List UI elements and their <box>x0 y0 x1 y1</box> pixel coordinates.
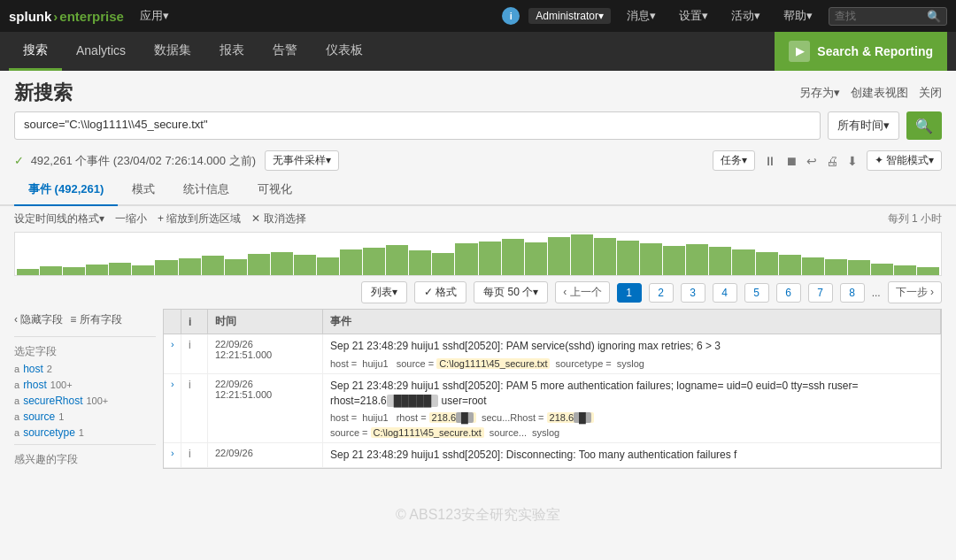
nav-datasets[interactable]: 数据集 <box>140 32 205 71</box>
replay-icon[interactable]: ↩ <box>806 154 817 168</box>
cancel-select-btn[interactable]: ✕ 取消选择 <box>251 211 305 226</box>
create-table-view-btn[interactable]: 创建表视图 <box>851 85 908 101</box>
field-sourcetype[interactable]: a sourcetype 1 <box>14 425 156 441</box>
page-header: 新搜索 另存为▾ 创建表视图 关闭 <box>0 71 956 111</box>
prev-page-btn[interactable]: ‹ 上一个 <box>555 281 609 303</box>
nav-alerts[interactable]: 告警 <box>258 32 312 71</box>
interesting-fields-label: 感兴趣的字段 <box>14 449 156 469</box>
zoom-out-btn[interactable]: 一缩小 <box>115 211 147 226</box>
results-count: ✓ 492,261 个事件 (23/04/02 7:26:14.000 之前) <box>14 153 256 169</box>
sidebar-divider-2 <box>14 444 156 445</box>
field-sourcetype-name: sourcetype <box>23 426 75 439</box>
task-btn[interactable]: 任务▾ <box>713 150 755 171</box>
next-page-btn[interactable]: 下一步 › <box>888 281 942 303</box>
search-query-text: source="C:\\log1111\\45_secure.txt" <box>24 118 208 134</box>
field-rhost-type: a <box>14 380 19 390</box>
download-icon[interactable]: ⬇ <box>847 154 858 168</box>
timeline-bar-27 <box>617 241 639 275</box>
row2-meta2: source = C:\log1111\45_secure.txt source… <box>330 427 562 438</box>
sidebar: ‹ 隐藏字段 ≡ 所有字段 选定字段 a host 2 a rhost 100+… <box>14 309 156 469</box>
page-5-btn[interactable]: 5 <box>744 283 769 303</box>
tab-statistics[interactable]: 统计信息 <box>169 174 243 206</box>
header-expand <box>164 310 181 334</box>
tab-patterns[interactable]: 模式 <box>118 174 169 206</box>
save-as-btn[interactable]: 另存为▾ <box>799 85 840 101</box>
zoom-in-btn[interactable]: + 缩放到所选区域 <box>158 211 241 226</box>
row2-meta2-source-val: C:\log1111\45_secure.txt <box>371 427 484 438</box>
timeline-bar-26 <box>594 238 616 275</box>
search-reporting-btn[interactable]: ▶ Search & Reporting <box>775 32 947 71</box>
timeline-bar-container <box>15 233 941 275</box>
search-go-btn[interactable]: 🔍 <box>906 111 942 140</box>
stop-icon[interactable]: ⏹ <box>785 154 798 168</box>
nav-reports[interactable]: 报表 <box>205 32 258 71</box>
top-search-box[interactable]: 🔍 <box>829 7 947 26</box>
events-table-header: i 时间 事件 <box>163 309 942 334</box>
timeline-bar-7 <box>155 260 177 275</box>
apps-menu-btn[interactable]: 应用▾ <box>133 8 176 24</box>
settings-menu-btn[interactable]: 设置▾ <box>672 8 715 24</box>
page-6-btn[interactable]: 6 <box>776 283 801 303</box>
row3-expand-cell: › <box>164 443 181 467</box>
search-input-wrapper[interactable]: source="C:\\log1111\\45_secure.txt" <box>14 111 821 140</box>
list-view-btn[interactable]: 列表▾ <box>361 281 407 303</box>
per-page-btn[interactable]: 每页 50 个▾ <box>474 281 548 303</box>
print-icon[interactable]: 🖨 <box>826 154 838 168</box>
timeline-bar-13 <box>294 255 316 275</box>
timeline-bar-21 <box>479 242 501 275</box>
row1-expand-cell: › <box>164 334 181 373</box>
all-fields-btn[interactable]: ≡ 所有字段 <box>70 309 121 331</box>
timeline-bar-12 <box>271 252 293 275</box>
page-1-btn[interactable]: 1 <box>617 283 642 303</box>
row3-info-icon[interactable]: i <box>189 448 191 460</box>
timeline-bar-38 <box>871 264 893 275</box>
row2-meta-securerhost: secu...Rhost = 218.6█ <box>482 412 594 423</box>
tab-events[interactable]: 事件 (492,261) <box>14 174 118 206</box>
row2-meta2-sourcetype-key: source... <box>490 427 527 438</box>
nav-analytics[interactable]: Analytics <box>62 32 140 71</box>
nav-search[interactable]: 搜索 <box>9 32 62 71</box>
activity-menu-btn[interactable]: 活动▾ <box>724 8 767 24</box>
field-rhost[interactable]: a rhost 100+ <box>14 377 156 393</box>
timeline-bar-31 <box>709 247 731 275</box>
field-source[interactable]: a source 1 <box>14 409 156 425</box>
page-2-btn[interactable]: 2 <box>649 283 674 303</box>
page-4-btn[interactable]: 4 <box>713 283 737 303</box>
field-securerhost[interactable]: a secureRhost 100+ <box>14 393 156 409</box>
admin-menu-btn[interactable]: Administrator▾ <box>528 8 611 24</box>
field-source-count: 1 <box>58 411 64 422</box>
messages-menu-btn[interactable]: 消息▾ <box>620 8 663 24</box>
row3-expand-icon[interactable]: › <box>171 448 174 458</box>
timeline-bar-28 <box>640 243 662 275</box>
top-search-input[interactable] <box>835 10 923 22</box>
row2-time-cell: 22/09/26 12:21:51.000 <box>208 374 323 443</box>
page-header-actions: 另存为▾ 创建表视图 关闭 <box>799 85 942 101</box>
row2-expand-icon[interactable]: › <box>171 379 174 389</box>
page-7-btn[interactable]: 7 <box>808 283 833 303</box>
row2-info-icon[interactable]: i <box>189 379 191 391</box>
page-8-btn[interactable]: 8 <box>840 283 865 303</box>
hide-fields-btn[interactable]: ‹ 隐藏字段 <box>14 309 63 331</box>
field-host[interactable]: a host 2 <box>14 361 156 377</box>
time-range-btn[interactable]: 所有时间▾ <box>828 111 899 140</box>
enterprise-label: enterprise <box>59 9 124 24</box>
info-circle-icon[interactable]: i <box>502 7 520 25</box>
field-host-name: host <box>23 363 43 375</box>
tab-visualization[interactable]: 可视化 <box>243 174 306 206</box>
timeline-bar-15 <box>340 249 362 275</box>
help-menu-btn[interactable]: 帮助▾ <box>776 8 820 24</box>
page-3-btn[interactable]: 3 <box>681 283 705 303</box>
no-sample-btn[interactable]: 无事件采样▾ <box>265 150 339 171</box>
smart-mode-btn[interactable]: ✦ 智能模式▾ <box>867 150 942 171</box>
pause-icon[interactable]: ⏸ <box>764 154 776 168</box>
timeline-format-btn[interactable]: 设定时间线的格式▾ <box>14 211 104 226</box>
row1-info-cell: i <box>181 334 208 373</box>
row1-meta-host-val: huiju1 <box>359 358 390 369</box>
close-btn[interactable]: 关闭 <box>919 85 942 101</box>
row2-meta2-sourcetype-val: syslog <box>529 427 562 438</box>
header-time: 时间 <box>208 310 323 334</box>
row1-expand-icon[interactable]: › <box>171 339 174 349</box>
row1-info-icon[interactable]: i <box>189 339 191 351</box>
format-view-btn[interactable]: ✓ 格式 <box>414 281 466 303</box>
nav-dashboards[interactable]: 仪表板 <box>312 32 377 71</box>
